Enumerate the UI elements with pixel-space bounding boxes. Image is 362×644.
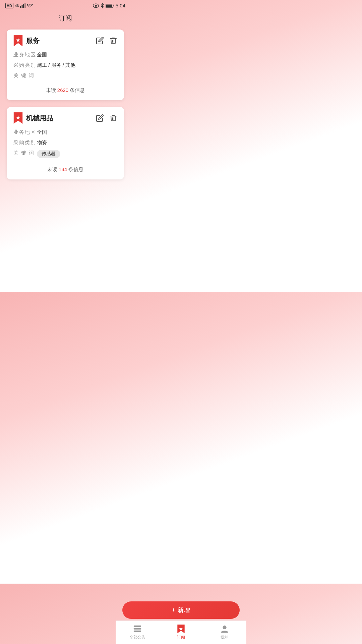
- svg-rect-2: [23, 4, 24, 8]
- content-area: ★ 服务 业务地区 全国: [0, 30, 131, 226]
- unread-prefix-1: 未读: [46, 87, 56, 93]
- signal-bars-icon: [20, 3, 25, 8]
- edit-button-1[interactable]: [96, 37, 104, 45]
- card-2-keywords-field: 关 键 词 传感器: [13, 150, 117, 158]
- svg-rect-0: [20, 6, 21, 8]
- keywords-label-2: 关 键 词: [13, 150, 37, 156]
- card-1-unread: 未读 2620 条信息: [13, 83, 117, 94]
- keyword-tag-1: 传感器: [37, 150, 60, 158]
- subscription-card-1: ★ 服务 业务地区 全国: [7, 30, 124, 100]
- card-1-keywords-field: 关 键 词: [13, 72, 117, 79]
- unread-prefix-2: 未读: [47, 166, 57, 172]
- battery-icon: [106, 3, 114, 8]
- card-1-header: ★ 服务: [13, 35, 117, 46]
- category-label-2: 采购类别: [13, 140, 37, 146]
- eye-icon: [93, 3, 99, 8]
- unread-count-2: 134: [59, 166, 67, 172]
- region-label-1: 业务地区: [13, 52, 37, 58]
- svg-rect-1: [22, 5, 23, 8]
- category-value-1: 施工 / 服务 / 其他: [37, 62, 117, 68]
- card-2-actions: [96, 114, 117, 122]
- card-2-category-field: 采购类别 物资: [13, 140, 117, 146]
- time-display: 5:04: [116, 3, 125, 8]
- svg-point-5: [95, 5, 97, 7]
- page-title: 订阅: [0, 10, 131, 30]
- delete-button-1[interactable]: [109, 37, 117, 45]
- card-1-category-field: 采购类别 施工 / 服务 / 其他: [13, 62, 117, 68]
- card-1-title-area: ★ 服务: [13, 35, 40, 46]
- keywords-tags-2: 传感器: [37, 150, 117, 158]
- bookmark-icon-2: ★: [13, 112, 23, 124]
- status-left: HD 46: [5, 3, 33, 8]
- category-value-2: 物资: [37, 140, 117, 146]
- wifi-icon: [27, 3, 33, 8]
- card-1-title: 服务: [26, 36, 40, 45]
- svg-text:★: ★: [16, 115, 21, 120]
- card-2-unread: 未读 134 条信息: [13, 162, 117, 173]
- bookmark-icon-1: ★: [13, 35, 23, 46]
- delete-button-2[interactable]: [109, 114, 117, 122]
- edit-button-2[interactable]: [96, 114, 104, 122]
- card-2-header: ★ 机械用品: [13, 112, 117, 124]
- card-2-region-field: 业务地区 全国: [13, 129, 117, 136]
- status-bar: HD 46 5:04: [0, 0, 131, 10]
- card-1-region-field: 业务地区 全国: [13, 52, 117, 58]
- region-value-2: 全国: [37, 129, 117, 136]
- card-1-actions: [96, 37, 117, 45]
- bluetooth-icon: [100, 3, 104, 8]
- status-right: 5:04: [93, 3, 125, 8]
- region-label-2: 业务地区: [13, 129, 37, 136]
- svg-rect-8: [113, 5, 114, 6]
- keywords-label-1: 关 键 词: [13, 72, 37, 79]
- subscription-card-2: ★ 机械用品 业务地区 全国: [7, 107, 124, 179]
- svg-rect-3: [25, 3, 26, 8]
- card-2-title-area: ★ 机械用品: [13, 112, 53, 124]
- unread-suffix-1: 条信息: [70, 87, 85, 93]
- svg-rect-7: [106, 4, 112, 7]
- svg-text:★: ★: [16, 37, 21, 43]
- card-2-title: 机械用品: [26, 114, 53, 123]
- signal-4g: 46: [15, 4, 19, 8]
- unread-suffix-2: 条信息: [68, 166, 83, 172]
- region-value-1: 全国: [37, 52, 117, 58]
- hd-badge: HD: [5, 3, 13, 8]
- category-label-1: 采购类别: [13, 62, 37, 68]
- unread-count-1: 2620: [57, 87, 68, 93]
